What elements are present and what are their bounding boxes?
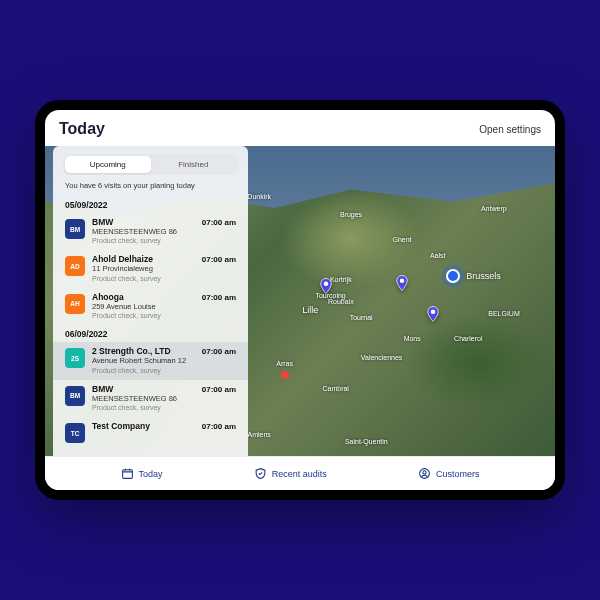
calendar-icon — [121, 467, 134, 480]
map-pin-icon[interactable] — [393, 274, 411, 292]
map-city-label: Brussels — [466, 271, 501, 281]
customer-badge: BM — [65, 386, 85, 406]
visits-list[interactable]: 05/09/2022BMBMWMEENSESTEENWEG 86Product … — [53, 196, 248, 456]
visit-row[interactable]: AHAhooga259 Avenue LouiseProduct check, … — [53, 288, 248, 325]
planning-summary: You have 6 visits on your planing today — [53, 181, 248, 196]
nav-recent-audits[interactable]: Recent audits — [254, 467, 327, 480]
customer-address: 11 Provincialeweg — [92, 265, 195, 274]
visit-time: 07:00 am — [202, 218, 236, 227]
customer-address: MEENSESTEENWEG 86 — [92, 228, 195, 237]
visit-meta: Product check, survey — [92, 403, 195, 412]
map-city-label: Cambrai — [322, 384, 348, 391]
app-screen: Today Open settings DunkirkBrugesGhentAn… — [45, 110, 555, 490]
visit-meta: Product check, survey — [92, 311, 195, 320]
map-city-label: Ghent — [392, 236, 411, 243]
map-city-label: BELGIUM — [488, 310, 520, 317]
visit-time: 07:00 am — [202, 422, 236, 431]
nav-customers[interactable]: Customers — [418, 467, 480, 480]
page-title: Today — [59, 120, 105, 138]
visit-meta: Product check, survey — [92, 366, 195, 375]
shield-check-icon — [254, 467, 267, 480]
tablet-frame: Today Open settings DunkirkBrugesGhentAn… — [35, 100, 565, 500]
user-circle-icon — [418, 467, 431, 480]
nav-today[interactable]: Today — [121, 467, 163, 480]
visit-row[interactable]: ADAhold Delhaize11 ProvincialewegProduct… — [53, 250, 248, 287]
app-header: Today Open settings — [45, 110, 555, 146]
map-city-label: Lille — [302, 305, 318, 315]
map-city-label: Valenciennes — [361, 353, 403, 360]
tab-upcoming[interactable]: Upcoming — [65, 156, 151, 173]
customer-badge: BM — [65, 219, 85, 239]
map-city-label: Tourcoing — [315, 291, 345, 298]
visit-info: Ahooga259 Avenue LouiseProduct check, su… — [92, 293, 195, 320]
bottom-nav: Today Recent audits Customers — [45, 456, 555, 490]
map-city-label: Kortrijk — [330, 276, 352, 283]
customer-address: 259 Avenue Louise — [92, 303, 195, 312]
svg-rect-3 — [122, 470, 132, 479]
visit-meta: Product check, survey — [92, 274, 195, 283]
svg-point-5 — [423, 471, 426, 474]
map-pin-icon[interactable] — [424, 305, 442, 323]
customer-address: Avenue Robert Schuman 12 — [92, 357, 195, 366]
nav-recent-label: Recent audits — [272, 469, 327, 479]
customer-address: MEENSESTEENWEG 86 — [92, 395, 195, 404]
customer-badge: AD — [65, 256, 85, 276]
svg-point-0 — [323, 281, 328, 286]
map-city-label: Antwerp — [481, 205, 507, 212]
visit-info: Ahold Delhaize11 ProvincialewegProduct c… — [92, 255, 195, 282]
visit-time: 07:00 am — [202, 293, 236, 302]
visit-row[interactable]: BMBMWMEENSESTEENWEG 86Product check, sur… — [53, 213, 248, 250]
tab-finished[interactable]: Finished — [151, 156, 237, 173]
visit-row[interactable]: 2S2 Strength Co., LTDAvenue Robert Schum… — [53, 342, 248, 379]
map-city-label: Roubaix — [328, 298, 354, 305]
visit-info: BMWMEENSESTEENWEG 86Product check, surve… — [92, 385, 195, 412]
visit-time: 07:00 am — [202, 255, 236, 264]
content-area: DunkirkBrugesGhentAntwerpBrusselsKortrij… — [45, 146, 555, 456]
map-city-label: Mons — [404, 335, 421, 342]
visit-info: BMWMEENSESTEENWEG 86Product check, surve… — [92, 218, 195, 245]
visit-info: Test Company — [92, 422, 195, 432]
map-city-label: Bruges — [340, 211, 362, 218]
customer-name: Test Company — [92, 422, 195, 432]
map-city-label: Dunkirk — [247, 192, 271, 199]
map-city-label: Tournai — [350, 313, 373, 320]
nav-customers-label: Customers — [436, 469, 480, 479]
visit-info: 2 Strength Co., LTDAvenue Robert Schuman… — [92, 347, 195, 374]
customer-badge: TC — [65, 423, 85, 443]
map-city-label: Charleroi — [454, 335, 482, 342]
svg-point-2 — [430, 309, 435, 314]
visit-row[interactable]: BMBMWMEENSESTEENWEG 86Product check, sur… — [53, 380, 248, 417]
visit-meta: Product check, survey — [92, 236, 195, 245]
map-city-label: Amiens — [248, 431, 271, 438]
visits-panel: Upcoming Finished You have 6 visits on y… — [53, 146, 248, 456]
date-header: 05/09/2022 — [53, 196, 248, 213]
map-city-label: Aalst — [430, 251, 446, 258]
nav-today-label: Today — [139, 469, 163, 479]
svg-point-1 — [400, 278, 405, 283]
customer-badge: AH — [65, 294, 85, 314]
current-location-icon[interactable] — [446, 269, 460, 283]
visit-row[interactable]: TCTest Company07:00 am — [53, 417, 248, 448]
map-city-label: Arras — [276, 360, 293, 367]
visit-time: 07:00 am — [202, 385, 236, 394]
date-header: 06/09/2022 — [53, 325, 248, 342]
segmented-control: Upcoming Finished — [63, 154, 238, 175]
map-city-label: Saint-Quentin — [345, 437, 388, 444]
open-settings-link[interactable]: Open settings — [479, 124, 541, 135]
alert-marker-icon — [281, 372, 288, 379]
visit-time: 07:00 am — [202, 347, 236, 356]
customer-badge: 2S — [65, 348, 85, 368]
